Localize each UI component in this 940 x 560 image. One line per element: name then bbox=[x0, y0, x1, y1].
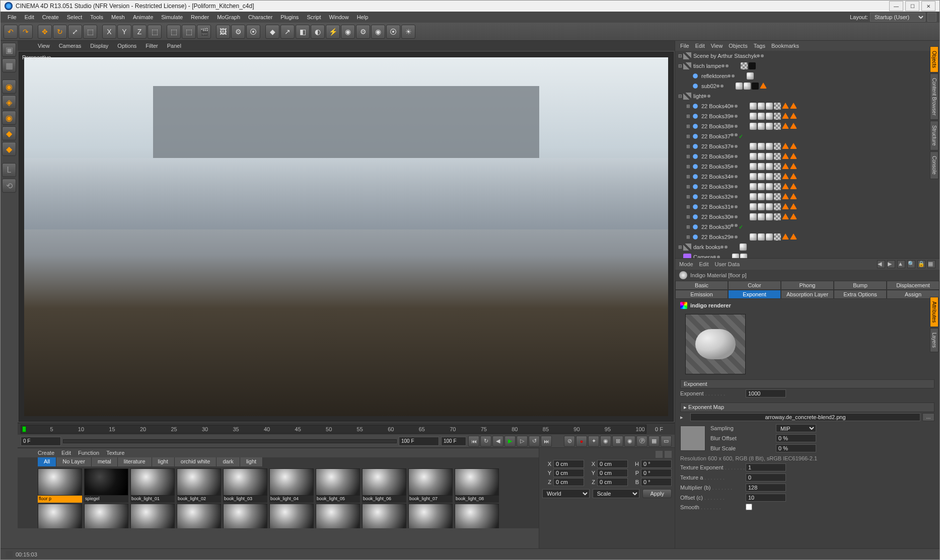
layout-dropdown[interactable]: Startup (User) bbox=[870, 13, 925, 22]
tree-item-22-books37[interactable]: ⊞22 Books37 bbox=[675, 141, 939, 151]
tag-mat[interactable] bbox=[740, 254, 747, 258]
texture-path-input[interactable] bbox=[690, 413, 920, 421]
maximize-button[interactable]: ☐ bbox=[905, 1, 919, 11]
toolbar-btn-22[interactable]: ⚙ bbox=[356, 25, 370, 39]
timeline-ruler[interactable]: 0510152025303540455055606570758085909510… bbox=[21, 425, 646, 434]
tag-mat[interactable] bbox=[750, 233, 757, 241]
tag-orange-tri[interactable] bbox=[790, 203, 797, 209]
attr-tab-extra-options[interactable]: Extra Options bbox=[834, 290, 887, 299]
coord-y-input[interactable] bbox=[553, 469, 584, 477]
toolbar-btn-21[interactable]: ◉ bbox=[341, 25, 355, 39]
tag-orange-tri[interactable] bbox=[782, 213, 789, 219]
attr-tab-phong[interactable]: Phong bbox=[781, 281, 834, 290]
tag-mat[interactable] bbox=[758, 233, 765, 241]
toolbar-btn-16[interactable]: ◆ bbox=[265, 25, 279, 39]
material-book_light_08[interactable]: book_light_08 bbox=[455, 468, 499, 503]
tex-a-input[interactable] bbox=[746, 473, 786, 482]
left-tool-3[interactable]: ◈ bbox=[2, 95, 16, 109]
material-row2-5[interactable] bbox=[269, 504, 314, 528]
mat-tab-literature[interactable]: literature bbox=[118, 457, 152, 466]
side-tab-layers[interactable]: Layers bbox=[930, 328, 938, 352]
material-row2-6[interactable] bbox=[316, 504, 360, 528]
nav-fwd-icon[interactable]: ▶ bbox=[887, 260, 895, 268]
tag-mat[interactable] bbox=[766, 193, 773, 200]
tag-check[interactable] bbox=[741, 62, 748, 69]
tag-orange-tri[interactable] bbox=[782, 113, 789, 119]
toolbar-btn-9[interactable]: ⬚ bbox=[148, 25, 162, 39]
tree-item-22-books34[interactable]: ⊞22 Books34 bbox=[675, 172, 939, 182]
tree-item-22-books40[interactable]: ⊞22 Books40 bbox=[675, 101, 939, 111]
playback-btn-0[interactable]: ⏮ bbox=[468, 436, 479, 447]
coord-icon[interactable] bbox=[656, 451, 663, 458]
mat-tab-orchid-white[interactable]: orchid white bbox=[175, 457, 217, 466]
tag-check[interactable] bbox=[774, 183, 781, 190]
menu-mesh[interactable]: Mesh bbox=[107, 13, 129, 22]
tree-item-22-books35[interactable]: ⊞22 Books35 bbox=[675, 162, 939, 172]
attr-tab-absorption-layer[interactable]: Absorption Layer bbox=[781, 290, 834, 299]
tag-orange-tri[interactable] bbox=[760, 83, 767, 89]
material-book_light_02[interactable]: book_light_02 bbox=[177, 468, 221, 503]
tree-item-22-books37[interactable]: ⊞22 Books37✓ bbox=[675, 131, 939, 141]
tag-orange-tri[interactable] bbox=[790, 233, 797, 239]
menu-select[interactable]: Select bbox=[63, 13, 87, 22]
toolbar-btn-15[interactable]: ⦿ bbox=[246, 25, 260, 39]
toolbar-btn-12[interactable]: 🎬 bbox=[197, 25, 211, 39]
material-row2-3[interactable] bbox=[177, 504, 221, 528]
exponent-input[interactable] bbox=[746, 389, 786, 397]
toolbar-btn-13[interactable]: 🖼 bbox=[216, 25, 230, 39]
view-menu-filter[interactable]: Filter bbox=[146, 43, 158, 49]
tag-mat[interactable] bbox=[740, 244, 747, 251]
attr-tab-emission[interactable]: Emission bbox=[675, 290, 728, 299]
tag-mat[interactable] bbox=[758, 153, 765, 160]
tag-mat[interactable] bbox=[750, 143, 757, 150]
view-menu-display[interactable]: Display bbox=[90, 43, 108, 49]
side-tab-console[interactable]: Console bbox=[930, 151, 938, 179]
menu-mograph[interactable]: MoGraph bbox=[213, 13, 244, 22]
viewport[interactable]: Perspective bbox=[19, 52, 674, 422]
tag-mat[interactable] bbox=[750, 153, 757, 160]
tag-mat[interactable] bbox=[766, 113, 773, 120]
obj-menu-view[interactable]: View bbox=[711, 43, 723, 49]
menu-plugins[interactable]: Plugins bbox=[276, 13, 303, 22]
left-tool-7[interactable]: L bbox=[2, 163, 16, 177]
playback-btn-15[interactable]: ▦ bbox=[648, 436, 660, 447]
layout-settings-icon[interactable] bbox=[927, 13, 936, 22]
tree-item-22-books36[interactable]: ⊞22 Books36 bbox=[675, 151, 939, 162]
coord-icon[interactable] bbox=[665, 451, 672, 458]
tag-mat[interactable] bbox=[736, 83, 743, 90]
multiplier-input[interactable] bbox=[746, 484, 786, 492]
mat-menu-create[interactable]: Create bbox=[38, 450, 54, 456]
tag-orange-tri[interactable] bbox=[782, 173, 789, 179]
left-tool-4[interactable]: ◉ bbox=[2, 111, 16, 125]
tag-mat[interactable] bbox=[758, 183, 765, 190]
side-tab-content-browser[interactable]: Content Browser bbox=[930, 73, 938, 120]
menu-script[interactable]: Script bbox=[303, 13, 325, 22]
tag-mat[interactable] bbox=[766, 203, 773, 210]
tag-check[interactable] bbox=[774, 153, 781, 160]
tag-check[interactable] bbox=[774, 173, 781, 180]
left-tool-5[interactable]: ◆ bbox=[2, 126, 16, 140]
mat-tab-all[interactable]: All bbox=[38, 457, 56, 466]
tag-check[interactable] bbox=[774, 203, 781, 210]
toolbar-btn-3[interactable]: ↻ bbox=[53, 25, 67, 39]
blur-scale-input[interactable] bbox=[776, 444, 816, 452]
view-menu-options[interactable]: Options bbox=[117, 43, 136, 49]
coord-mode1-dropdown[interactable]: World bbox=[542, 489, 590, 498]
tag-mat[interactable] bbox=[750, 113, 757, 120]
nav-back-icon[interactable]: ◀ bbox=[877, 260, 885, 268]
tag-orange-tri[interactable] bbox=[782, 203, 789, 209]
tag-mat[interactable] bbox=[766, 183, 773, 190]
menu-edit[interactable]: Edit bbox=[21, 13, 38, 22]
material-book_light_01[interactable]: book_light_01 bbox=[130, 468, 175, 503]
toolbar-btn-25[interactable]: ☀ bbox=[401, 25, 415, 39]
mat-tab-metal[interactable]: metal bbox=[92, 457, 118, 466]
tag-orange-tri[interactable] bbox=[790, 173, 797, 179]
mat-menu-function[interactable]: Function bbox=[78, 450, 99, 456]
coord-z-input[interactable] bbox=[553, 478, 584, 486]
tag-orange-tri[interactable] bbox=[782, 153, 789, 159]
tree-item-light[interactable]: ⊟light bbox=[675, 91, 939, 101]
coord-p-input[interactable] bbox=[641, 469, 672, 477]
tag-check[interactable] bbox=[774, 163, 781, 170]
tag-mat[interactable] bbox=[747, 72, 754, 79]
tree-item-22-books30[interactable]: ⊞22 Books30✓ bbox=[675, 222, 939, 232]
